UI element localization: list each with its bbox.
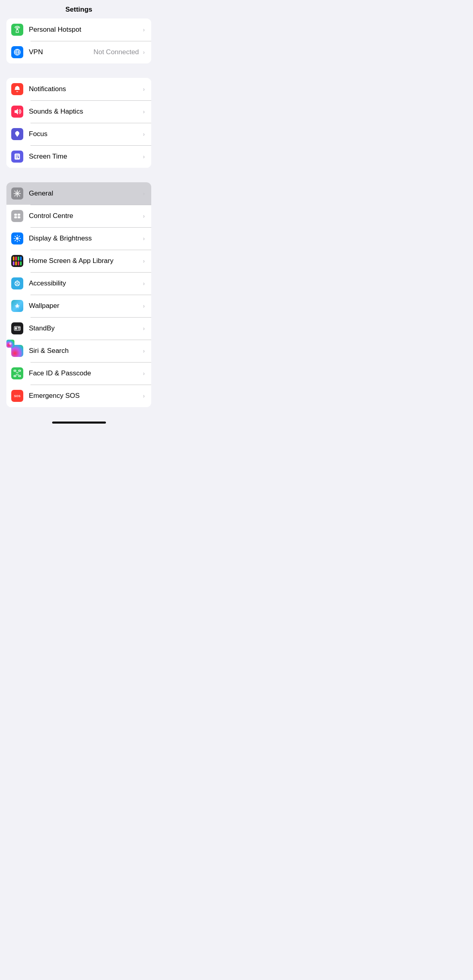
control-centre-chevron: ›: [143, 213, 145, 219]
siri-search-label: Siri & Search: [29, 347, 141, 355]
svg-point-15: [16, 237, 19, 240]
emergency-sos-row[interactable]: SOS Emergency SOS ›: [6, 385, 151, 407]
personal-hotspot-icon: [11, 24, 23, 36]
svg-rect-5: [16, 155, 19, 155]
vpn-value: Not Connected: [93, 48, 139, 56]
siri-search-chevron: ›: [143, 348, 145, 354]
general-row[interactable]: General ›: [6, 182, 151, 205]
standby-label: StandBy: [29, 324, 141, 332]
svg-rect-29: [14, 370, 16, 371]
svg-rect-25: [18, 327, 20, 328]
svg-rect-7: [16, 158, 17, 158]
focus-row[interactable]: Focus ›: [6, 123, 151, 145]
vpn-icon: [11, 46, 23, 58]
wallpaper-row[interactable]: Wallpaper ›: [6, 295, 151, 317]
personal-hotspot-label: Personal Hotspot: [29, 26, 141, 34]
svg-point-19: [15, 305, 16, 306]
display-brightness-chevron: ›: [143, 235, 145, 242]
general-label: General: [29, 189, 141, 198]
general-chevron: ›: [143, 190, 145, 197]
screen-time-chevron: ›: [143, 153, 145, 160]
wallpaper-chevron: ›: [143, 303, 145, 309]
face-id-row[interactable]: Face ID & Passcode ›: [6, 362, 151, 385]
emergency-sos-chevron: ›: [143, 393, 145, 399]
accessibility-row[interactable]: Accessibility ›: [6, 272, 151, 295]
screen-time-icon: [11, 151, 23, 163]
personal-hotspot-chevron: ›: [143, 26, 145, 33]
vpn-row[interactable]: VPN Not Connected ›: [6, 41, 151, 63]
svg-point-22: [18, 307, 19, 308]
accessibility-chevron: ›: [143, 280, 145, 287]
vpn-label: VPN: [29, 48, 93, 56]
emergency-sos-label: Emergency SOS: [29, 392, 141, 400]
svg-point-20: [18, 305, 20, 306]
sounds-haptics-label: Sounds & Haptics: [29, 108, 141, 116]
page-title: Settings: [0, 0, 158, 18]
svg-text:SOS: SOS: [14, 394, 20, 398]
screen-time-row[interactable]: Screen Time ›: [6, 145, 151, 168]
home-screen-chevron: ›: [143, 258, 145, 264]
sounds-haptics-chevron: ›: [143, 108, 145, 115]
svg-rect-31: [14, 375, 16, 377]
connectivity-group: Personal Hotspot › VPN Not Connected ›: [6, 18, 151, 63]
general-icon: [11, 187, 23, 200]
svg-marker-3: [14, 109, 18, 115]
svg-point-0: [16, 28, 18, 30]
svg-rect-27: [11, 345, 14, 348]
svg-rect-12: [14, 216, 17, 218]
notifications-label: Notifications: [29, 85, 141, 93]
sounds-haptics-row[interactable]: Sounds & Haptics ›: [6, 100, 151, 123]
face-id-chevron: ›: [143, 370, 145, 377]
svg-point-21: [16, 307, 17, 308]
standby-row[interactable]: StandBy ›: [6, 317, 151, 340]
svg-rect-26: [18, 328, 20, 330]
svg-rect-6: [16, 156, 18, 157]
svg-point-18: [16, 304, 18, 305]
focus-icon: [11, 128, 23, 140]
svg-rect-30: [18, 370, 20, 371]
wallpaper-label: Wallpaper: [29, 302, 141, 310]
vpn-chevron: ›: [143, 49, 145, 55]
home-screen-row[interactable]: Home Screen & App Library ›: [6, 250, 151, 272]
svg-point-9: [16, 193, 18, 195]
wallpaper-icon: [11, 300, 23, 312]
control-centre-icon: [11, 210, 23, 222]
svg-rect-24: [15, 327, 17, 330]
standby-icon: [11, 322, 23, 334]
svg-rect-32: [18, 375, 20, 377]
home-screen-label: Home Screen & App Library: [29, 257, 141, 265]
notifications-chevron: ›: [143, 86, 145, 92]
focus-label: Focus: [29, 130, 141, 138]
siri-search-row[interactable]: Siri & Search ›: [6, 340, 151, 362]
siri-search-icon: [11, 345, 23, 357]
homescreen-dots: [11, 255, 23, 267]
display-brightness-icon: [11, 232, 23, 244]
svg-rect-8: [18, 156, 19, 158]
home-screen-icon: [11, 255, 23, 267]
control-centre-row[interactable]: Control Centre ›: [6, 205, 151, 227]
notifications-row[interactable]: Notifications ›: [6, 78, 151, 100]
svg-point-2: [17, 86, 18, 87]
system-group: General › Control Centre ›: [6, 182, 151, 407]
control-centre-label: Control Centre: [29, 212, 141, 220]
alerts-group: Notifications › Sounds & Haptics › Focus: [6, 78, 151, 168]
emergency-sos-icon: SOS: [11, 390, 23, 402]
display-brightness-label: Display & Brightness: [29, 234, 141, 242]
home-indicator: [52, 422, 106, 424]
face-id-label: Face ID & Passcode: [29, 369, 141, 377]
focus-chevron: ›: [143, 131, 145, 137]
notifications-icon: [11, 83, 23, 95]
svg-rect-13: [18, 214, 20, 216]
accessibility-label: Accessibility: [29, 279, 141, 287]
screen-time-label: Screen Time: [29, 153, 141, 161]
sounds-haptics-icon: [11, 106, 23, 118]
display-brightness-row[interactable]: Display & Brightness ›: [6, 227, 151, 250]
accessibility-icon: [11, 277, 23, 289]
face-id-icon: [11, 367, 23, 379]
svg-rect-11: [14, 214, 17, 216]
svg-rect-14: [18, 216, 20, 218]
settings-page: Settings Personal Hotspot ›: [0, 0, 158, 443]
standby-chevron: ›: [143, 325, 145, 332]
personal-hotspot-row[interactable]: Personal Hotspot ›: [6, 18, 151, 41]
